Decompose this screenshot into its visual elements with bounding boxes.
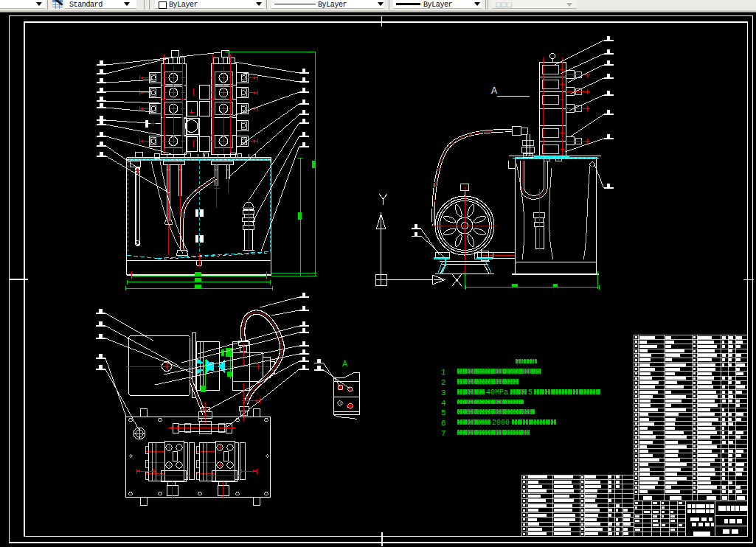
svg-text:40MPa: 40MPa xyxy=(486,389,508,397)
svg-text:A: A xyxy=(491,86,497,96)
svg-text:A: A xyxy=(342,359,348,368)
svg-text:1: 1 xyxy=(441,368,446,377)
svg-text:5: 5 xyxy=(441,408,446,417)
svg-text:2000: 2000 xyxy=(492,419,510,427)
svg-text:6: 6 xyxy=(441,419,446,428)
svg-text:3: 3 xyxy=(441,389,446,397)
svg-text:5: 5 xyxy=(528,389,533,397)
svg-text:2: 2 xyxy=(441,378,446,387)
svg-text:4: 4 xyxy=(441,399,446,408)
svg-text:7: 7 xyxy=(441,429,446,438)
